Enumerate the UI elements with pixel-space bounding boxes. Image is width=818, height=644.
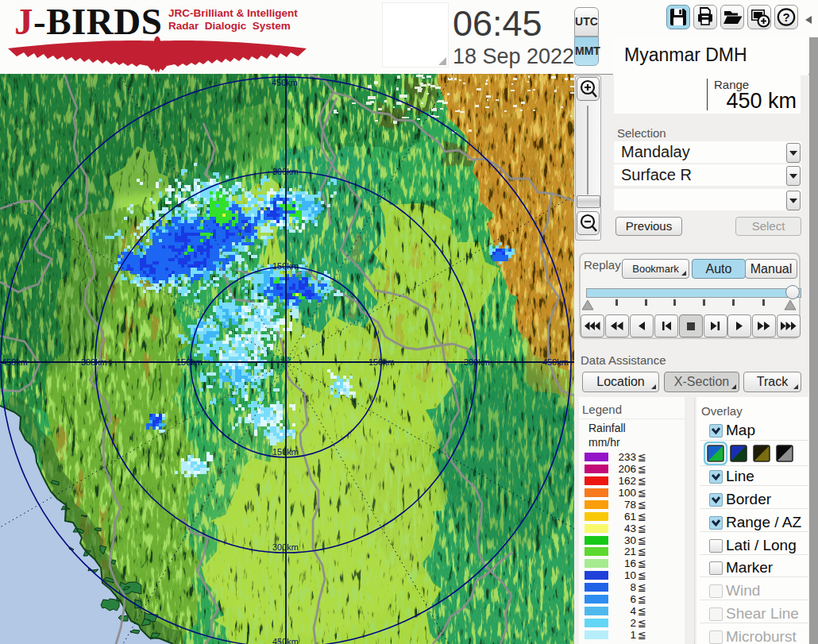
svg-text:150km: 150km (272, 261, 299, 271)
svg-text:150km: 150km (272, 447, 299, 457)
svg-text:300km: 300km (272, 167, 299, 176)
svg-text:300km: 300km (464, 357, 490, 367)
svg-text:150km: 150km (368, 357, 395, 367)
svg-text:450km: 450km (272, 78, 298, 87)
svg-text:450km: 450km (2, 357, 28, 367)
svg-text:300km: 300km (272, 542, 299, 552)
svg-text:450km: 450km (542, 357, 569, 367)
svg-text:300km: 300km (81, 357, 107, 367)
svg-text:?: ? (782, 10, 789, 24)
svg-text:150km: 150km (176, 357, 203, 367)
svg-text:450km: 450km (272, 637, 299, 644)
